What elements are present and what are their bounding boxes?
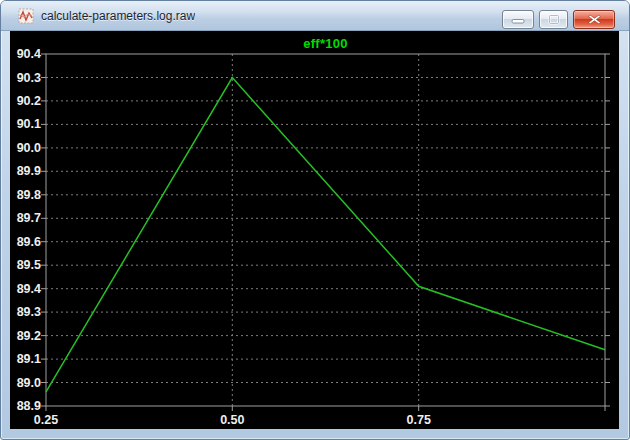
window-title: calculate-parameters.log.raw <box>41 9 195 23</box>
minimize-button[interactable] <box>502 10 534 29</box>
y-tick-label: 90.4 <box>10 47 41 61</box>
y-tick-label: 89.3 <box>10 305 41 319</box>
minimize-icon <box>511 11 525 29</box>
maximize-icon <box>548 11 560 29</box>
y-tick-label: 90.3 <box>10 71 41 85</box>
y-tick-label: 88.9 <box>10 399 41 413</box>
x-tick-label: 0.50 <box>210 413 254 427</box>
y-tick-label: 89.4 <box>10 282 41 296</box>
waveform-viewer-window: calculate-parameters.log.raw <box>0 0 630 440</box>
y-tick-label: 90.0 <box>10 141 41 155</box>
title-bar[interactable]: calculate-parameters.log.raw <box>1 1 629 31</box>
plot-client-area[interactable]: eff*100 90.490.390.290.190.089.989.889.7… <box>10 31 619 429</box>
y-tick-label: 89.6 <box>10 235 41 249</box>
y-tick-label: 89.1 <box>10 352 41 366</box>
plot-canvas[interactable] <box>10 31 619 429</box>
close-button[interactable] <box>573 10 615 29</box>
y-tick-label: 89.7 <box>10 211 41 225</box>
waveform-file-icon <box>18 8 34 24</box>
maximize-button[interactable] <box>539 10 568 29</box>
close-icon <box>588 11 601 29</box>
y-tick-label: 89.5 <box>10 258 41 272</box>
y-tick-label: 89.9 <box>10 164 41 178</box>
y-tick-label: 90.2 <box>10 94 41 108</box>
y-tick-label: 90.1 <box>10 117 41 131</box>
window-controls <box>502 10 615 29</box>
x-tick-label: 0.75 <box>397 413 441 427</box>
x-tick-label: 0.25 <box>24 413 68 427</box>
y-tick-label: 89.2 <box>10 329 41 343</box>
y-tick-label: 89.0 <box>10 376 41 390</box>
y-tick-label: 89.8 <box>10 188 41 202</box>
